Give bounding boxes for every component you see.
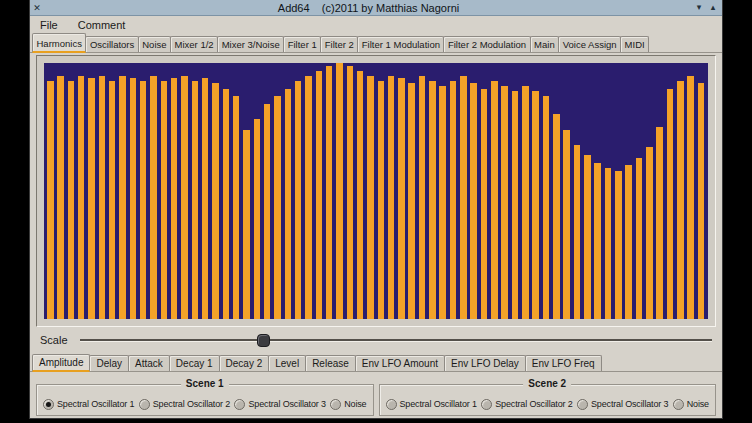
radio-scene1-spectral-oscillator-3[interactable]: Spectral Oscillator 3 (234, 399, 325, 410)
tab-oscillators[interactable]: Oscillators (85, 36, 138, 52)
tab-env-lfo-freq[interactable]: Env LFO Freq (525, 355, 602, 371)
tab-level[interactable]: Level (268, 355, 306, 371)
radio-scene2-spectral-oscillator-3[interactable]: Spectral Oscillator 3 (577, 399, 668, 410)
tab-noise[interactable]: Noise (138, 36, 171, 52)
radio-scene2-spectral-oscillator-1[interactable]: Spectral Oscillator 1 (386, 399, 477, 410)
harmonic-bar-46[interactable] (512, 91, 519, 319)
tab-attack[interactable]: Attack (128, 355, 170, 371)
harmonic-bar-20[interactable] (243, 130, 250, 319)
harmonic-bar-3[interactable] (68, 81, 75, 319)
harmonic-bar-1[interactable] (47, 81, 54, 319)
harmonic-bar-55[interactable] (605, 168, 612, 319)
harmonic-bar-5[interactable] (88, 78, 95, 319)
harmonic-bar-9[interactable] (130, 78, 137, 319)
harmonic-bar-36[interactable] (408, 83, 415, 319)
tab-mixer-1-2[interactable]: Mixer 1/2 (170, 36, 218, 52)
harmonic-bar-10[interactable] (140, 81, 147, 319)
tab-filter-1-modulation[interactable]: Filter 1 Modulation (357, 36, 444, 52)
slider-handle[interactable] (257, 334, 270, 347)
radio-scene2-noise[interactable]: Noise (673, 399, 709, 410)
harmonic-bar-60[interactable] (656, 127, 663, 319)
harmonic-bar-61[interactable] (667, 89, 674, 319)
harmonic-bar-31[interactable] (357, 71, 364, 319)
harmonic-bar-37[interactable] (419, 76, 426, 319)
harmonic-bar-22[interactable] (264, 104, 271, 319)
radio-scene1-spectral-oscillator-1[interactable]: Spectral Oscillator 1 (43, 399, 134, 410)
harmonic-bar-40[interactable] (450, 81, 457, 319)
tab-voice-assign[interactable]: Voice Assign (558, 36, 621, 52)
harmonic-bar-16[interactable] (202, 78, 209, 319)
tab-filter-2[interactable]: Filter 2 (320, 36, 358, 52)
harmonic-bar-48[interactable] (532, 91, 539, 319)
harmonic-bar-49[interactable] (543, 96, 550, 319)
harmonic-bar-34[interactable] (388, 76, 395, 319)
shade-down-icon[interactable]: ▾ (693, 2, 705, 14)
radio-scene1-noise[interactable]: Noise (330, 399, 366, 410)
harmonic-bar-7[interactable] (109, 81, 116, 319)
harmonic-bar-53[interactable] (584, 155, 591, 319)
harmonic-bar-41[interactable] (460, 76, 467, 319)
harmonic-bar-59[interactable] (646, 147, 653, 319)
harmonic-bar-62[interactable] (677, 81, 684, 319)
menu-comment[interactable]: Comment (75, 18, 129, 32)
tab-filter-1[interactable]: Filter 1 (283, 36, 321, 52)
harmonic-bar-47[interactable] (522, 86, 529, 319)
harmonic-bar-38[interactable] (429, 81, 436, 319)
harmonic-bar-45[interactable] (501, 86, 508, 319)
harmonic-bar-15[interactable] (192, 81, 199, 319)
harmonic-bar-44[interactable] (491, 81, 498, 319)
radio-scene2-spectral-oscillator-2[interactable]: Spectral Oscillator 2 (481, 399, 572, 410)
harmonic-bar-24[interactable] (285, 89, 292, 319)
harmonic-bar-35[interactable] (398, 78, 405, 319)
harmonic-bar-27[interactable] (316, 71, 323, 319)
harmonic-bar-4[interactable] (78, 76, 85, 319)
harmonic-bar-56[interactable] (615, 171, 622, 319)
tab-midi[interactable]: MIDI (620, 36, 649, 52)
tab-filter-2-modulation[interactable]: Filter 2 Modulation (443, 36, 530, 52)
harmonic-bar-51[interactable] (563, 130, 570, 319)
slider-track[interactable] (80, 339, 712, 342)
harmonic-bar-14[interactable] (181, 76, 188, 319)
harmonic-bar-39[interactable] (439, 86, 446, 319)
shade-up-icon[interactable]: ▴ (707, 2, 719, 14)
harmonic-bar-17[interactable] (212, 83, 219, 319)
harmonic-bar-12[interactable] (161, 81, 168, 319)
harmonic-bar-21[interactable] (254, 119, 261, 319)
harmonic-bar-25[interactable] (295, 81, 302, 319)
harmonic-bar-33[interactable] (378, 81, 385, 319)
harmonic-bar-2[interactable] (57, 76, 64, 319)
tab-delay[interactable]: Delay (89, 355, 129, 371)
harmonic-bar-26[interactable] (305, 76, 312, 319)
harmonic-bar-13[interactable] (171, 78, 178, 319)
harmonic-bar-42[interactable] (470, 83, 477, 319)
radio-scene1-spectral-oscillator-2[interactable]: Spectral Oscillator 2 (139, 399, 230, 410)
harmonic-bar-50[interactable] (553, 114, 560, 319)
menu-file[interactable]: File (37, 18, 61, 32)
harmonic-bar-19[interactable] (233, 96, 240, 319)
harmonic-bar-11[interactable] (150, 76, 157, 319)
harmonic-bar-6[interactable] (99, 76, 106, 319)
tab-env-lfo-delay[interactable]: Env LFO Delay (444, 355, 526, 371)
tab-env-lfo-amount[interactable]: Env LFO Amount (355, 355, 445, 371)
harmonic-bar-8[interactable] (119, 76, 126, 319)
tab-decay-2[interactable]: Decay 2 (219, 355, 270, 371)
harmonic-bar-64[interactable] (698, 83, 705, 319)
harmonic-bar-63[interactable] (687, 76, 694, 319)
tab-decay-1[interactable]: Decay 1 (169, 355, 220, 371)
tab-amplitude[interactable]: Amplitude (32, 354, 90, 372)
scale-slider[interactable] (80, 333, 712, 347)
harmonic-bar-28[interactable] (326, 66, 333, 319)
tab-harmonics[interactable]: Harmonics (32, 33, 86, 53)
harmonic-bar-54[interactable] (594, 163, 601, 319)
harmonic-bar-29[interactable] (336, 63, 343, 319)
harmonic-bar-32[interactable] (367, 76, 374, 319)
tab-main[interactable]: Main (530, 36, 560, 52)
harmonic-bar-57[interactable] (625, 165, 632, 319)
harmonic-bar-43[interactable] (481, 89, 488, 319)
harmonic-bar-23[interactable] (274, 96, 281, 319)
tab-mixer-3-noise[interactable]: Mixer 3/Noise (217, 36, 284, 52)
harmonic-bar-30[interactable] (347, 66, 354, 319)
close-icon[interactable]: ✕ (30, 3, 44, 13)
tab-release[interactable]: Release (305, 355, 356, 371)
harmonic-bar-58[interactable] (636, 158, 643, 319)
